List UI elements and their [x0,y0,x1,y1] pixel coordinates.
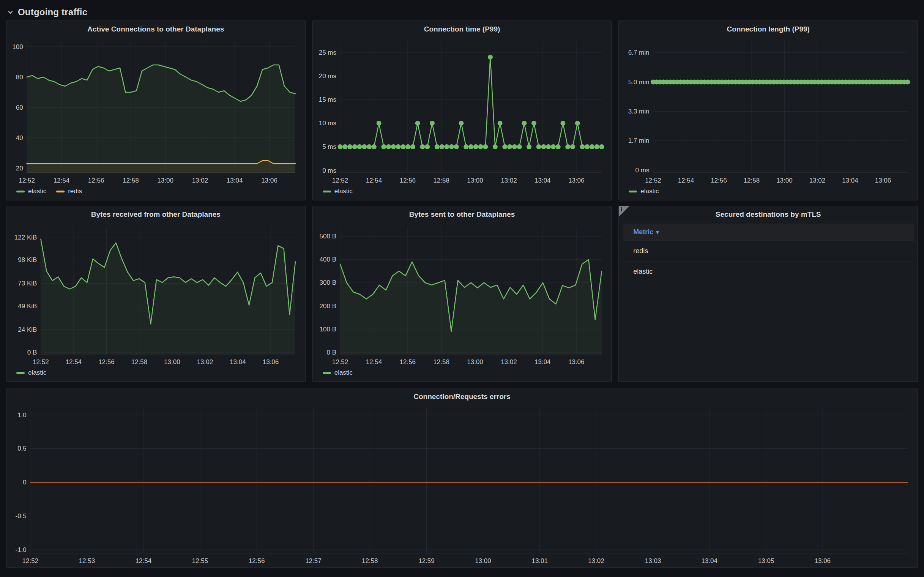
svg-text:13:06: 13:06 [261,177,277,184]
mtls-table: Metric ▾ rediselastic [622,224,914,379]
legend-bytes-received: elastic [10,366,302,379]
svg-text:12:52: 12:52 [23,557,39,564]
svg-text:-1.0: -1.0 [16,546,27,553]
svg-text:12:52: 12:52 [19,177,35,184]
panel-info-corner[interactable]: i [619,206,629,217]
svg-text:12:52: 12:52 [332,177,348,184]
chart-svg: 0 ms1.7 min3.3 min5.0 min6.7 min12:5212:… [622,36,914,185]
legend-item-elastic[interactable]: elastic [629,187,659,195]
table-header-label: Metric [633,228,653,236]
svg-text:20 ms: 20 ms [319,73,336,80]
section-header-outgoing-traffic[interactable]: Outgoing traffic [6,4,918,21]
panel-title-bytes-sent[interactable]: Bytes sent to other Dataplanes [317,209,608,221]
svg-text:12:54: 12:54 [366,177,382,184]
svg-text:12:56: 12:56 [399,358,416,366]
table-body: rediselastic [622,241,914,282]
legend-swatch-icon [16,190,25,192]
svg-text:13:01: 13:01 [532,557,548,564]
svg-text:12:54: 12:54 [66,358,82,366]
svg-text:5.0 min: 5.0 min [628,79,650,86]
caret-down-icon: ▾ [656,229,659,236]
svg-text:13:06: 13:06 [568,358,585,366]
svg-text:13:02: 13:02 [588,557,604,564]
svg-text:12:56: 12:56 [98,358,114,366]
svg-text:13:05: 13:05 [758,557,774,564]
panel-bytes-received: Bytes received from other Dataplanes 0 B… [6,206,306,382]
chart-active-connections[interactable]: 2040608010012:5212:5412:5612:5813:0013:0… [10,36,302,185]
panel-title-active-connections[interactable]: Active Connections to other Dataplanes [10,24,302,36]
svg-text:13:06: 13:06 [568,177,585,184]
chart-errors[interactable]: -1.0-0.500.51.012:5212:5312:5412:5512:56… [10,403,914,565]
svg-text:12:54: 12:54 [366,358,382,366]
section-title: Outgoing traffic [18,7,87,18]
chart-connection-time[interactable]: 0 ms5 ms10 ms15 ms20 ms25 ms12:5212:5412… [317,36,608,185]
svg-text:13:02: 13:02 [501,177,517,184]
legend-label: elastic [28,369,46,377]
svg-text:12:56: 12:56 [399,177,416,184]
svg-text:12:55: 12:55 [192,557,208,564]
svg-text:0 ms: 0 ms [635,167,650,174]
svg-text:13:04: 13:04 [230,358,246,366]
svg-text:12:54: 12:54 [678,177,694,184]
legend-item-redis[interactable]: redis [56,187,82,195]
svg-text:13:00: 13:00 [776,177,793,184]
legend-item-elastic[interactable]: elastic [16,187,46,195]
svg-text:13:04: 13:04 [227,177,243,184]
legend-item-elastic[interactable]: elastic [323,369,353,377]
legend-label: elastic [334,369,353,377]
svg-text:13:00: 13:00 [157,177,174,184]
chart-bytes-sent[interactable]: 0 B100 B200 B300 B400 B500 B12:5212:5412… [317,221,608,366]
svg-text:300 B: 300 B [319,279,336,286]
svg-text:25 ms: 25 ms [319,49,336,56]
svg-text:13:00: 13:00 [467,177,483,184]
svg-text:5 ms: 5 ms [322,143,336,150]
svg-text:122 KiB: 122 KiB [15,234,37,241]
svg-text:400 B: 400 B [319,256,336,263]
svg-text:12:57: 12:57 [305,557,321,564]
table-header-metric[interactable]: Metric ▾ [622,224,914,241]
panel-title-secured-destinations[interactable]: Secured destinations by mTLS [622,209,914,221]
legend-item-elastic[interactable]: elastic [323,187,353,195]
svg-text:12:53: 12:53 [79,557,95,564]
svg-text:13:03: 13:03 [645,557,661,564]
svg-text:24 KiB: 24 KiB [18,326,37,333]
svg-text:1.7 min: 1.7 min [628,137,650,144]
svg-text:13:04: 13:04 [534,177,551,184]
svg-text:12:52: 12:52 [332,358,348,366]
svg-text:0: 0 [23,479,26,486]
svg-text:13:04: 13:04 [701,557,718,564]
panel-title-connection-length[interactable]: Connection length (P99) [622,24,914,36]
chart-bytes-received[interactable]: 0 B24 KiB49 KiB73 KiB98 KiB122 KiB12:521… [10,221,302,366]
svg-text:12:58: 12:58 [433,358,450,366]
chart-connection-length[interactable]: 0 ms1.7 min3.3 min5.0 min6.7 min12:5212:… [622,36,914,185]
svg-text:6.7 min: 6.7 min [628,49,650,56]
panel-title-bytes-received[interactable]: Bytes received from other Dataplanes [10,209,302,221]
legend-label: elastic [28,187,46,195]
chevron-down-icon [8,10,13,15]
svg-text:13:02: 13:02 [192,177,208,184]
chart-svg: 0 ms5 ms10 ms15 ms20 ms25 ms12:5212:5412… [317,36,608,185]
legend-swatch-icon [56,190,65,192]
svg-text:500 B: 500 B [319,233,336,240]
panel-title-errors[interactable]: Connection/Requests errors [10,392,914,403]
svg-text:200 B: 200 B [319,303,336,310]
legend-item-elastic[interactable]: elastic [16,369,46,377]
svg-text:12:56: 12:56 [88,177,105,184]
legend-swatch-icon [629,190,637,192]
svg-text:0.5: 0.5 [18,445,27,452]
panel-secured-destinations: i Secured destinations by mTLS Metric ▾ … [618,206,918,382]
svg-text:15 ms: 15 ms [319,96,336,103]
legend-swatch-icon [323,190,331,192]
legend-bytes-sent: elastic [317,366,608,379]
svg-text:12:54: 12:54 [135,557,152,564]
svg-text:49 KiB: 49 KiB [18,303,37,310]
svg-text:0 ms: 0 ms [322,167,336,174]
chart-svg: -1.0-0.500.51.012:5212:5312:5412:5512:56… [10,403,914,565]
panel-title-connection-time[interactable]: Connection time (P99) [317,24,608,36]
legend-swatch-icon [16,372,25,374]
svg-text:0 B: 0 B [27,349,37,356]
info-icon: i [621,206,622,213]
svg-text:13:04: 13:04 [534,358,551,366]
legend-swatch-icon [323,372,331,374]
svg-text:1.0: 1.0 [18,411,27,419]
